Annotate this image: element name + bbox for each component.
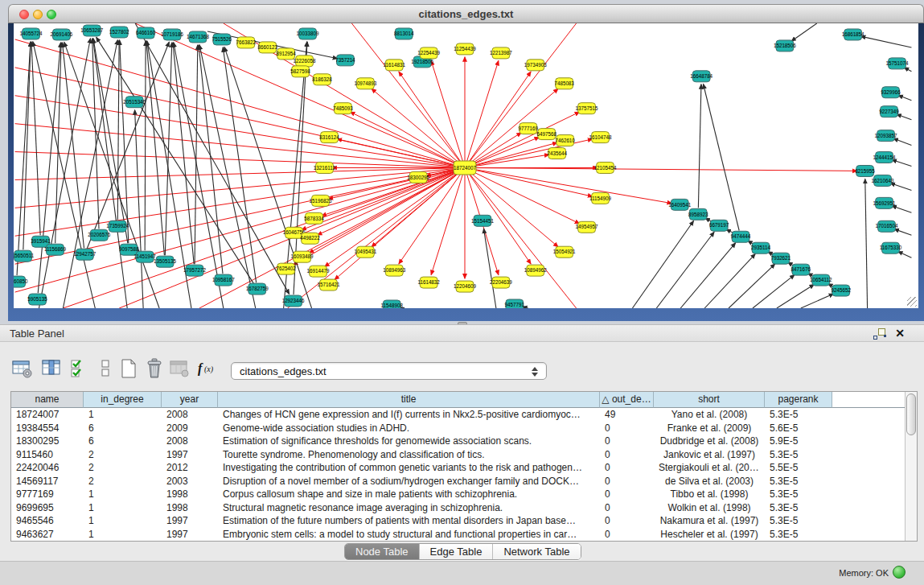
citation-edge-black[interactable] [791,23,817,41]
graph-node[interactable]: 10894963 [383,265,405,276]
citation-edge-red[interactable] [431,60,462,161]
column-header-short[interactable]: short [654,392,765,408]
window-titlebar[interactable]: citations_edges.txt [8,4,924,23]
cell-short[interactable]: Nakamura et al. (1997) [654,514,765,528]
cell-short[interactable]: Hescheler et al. (1997) [654,528,765,542]
graph-node[interactable]: 12923446 [282,295,305,307]
graph-node[interactable]: 8958923 [688,208,708,220]
graph-node[interactable]: 9227349 [879,106,899,117]
column-header-name[interactable]: name [11,392,84,408]
scrollbar-thumb[interactable] [906,393,916,435]
float-panel-icon[interactable] [873,328,885,340]
graph-node[interactable]: 11675330 [880,242,902,253]
graph-node[interactable]: 20691406 [50,29,72,40]
graph-node[interactable]: 14671368 [187,31,209,43]
graph-node[interactable]: 15751074 [886,58,909,69]
table-row[interactable]: 969969511998Structural magnetic resonanc… [11,501,905,515]
citation-edge-red[interactable] [470,89,558,163]
citation-edge-black[interactable] [893,138,912,145]
citation-edge-red[interactable] [469,173,577,308]
cell-short[interactable]: Jankovic et al. (1997) [654,448,765,462]
cell-pr[interactable]: 5.3E-5 [765,475,832,488]
graph-node[interactable]: 11154909 [589,192,611,204]
table-row[interactable]: 2242004622012Investigating the contribut… [11,461,905,475]
graph-node[interactable]: 8660123 [257,42,277,53]
graph-node[interactable]: 9329966 [881,87,901,98]
graph-node[interactable]: 10653287 [80,25,103,36]
cell-name[interactable]: 9465546 [11,514,84,528]
citation-network-graph[interactable]: 1405572420691406106532871527802646616010… [14,23,918,308]
citation-edge-black[interactable] [892,160,911,167]
graph-node[interactable]: 7932621 [771,253,791,264]
cell-title[interactable]: Estimation of significance thresholds fo… [218,435,600,448]
tab-network-table[interactable]: Network Table [493,544,580,559]
graph-node[interactable]: 25260850 [14,276,28,287]
clear-selection-button[interactable] [94,357,117,380]
graph-node[interactable]: 16914479 [307,266,330,277]
cell-title[interactable]: Embryonic stem cells: a model to study s… [218,528,600,542]
citation-edge-black[interactable] [698,84,701,208]
cell-indeg[interactable]: 1 [84,528,162,542]
cell-indeg[interactable]: 1 [84,408,162,422]
citation-edge-black[interactable] [892,206,912,213]
window-resize-grip[interactable] [907,297,917,307]
table-row[interactable]: 1830029562008Estimation of significance … [11,435,905,448]
graph-node[interactable]: 13216112 [314,163,336,174]
cell-pr[interactable]: 5.3E-5 [765,501,832,515]
graph-node[interactable]: 10495431 [354,246,376,257]
graph-node[interactable]: 15218506 [774,40,796,51]
citation-edge-red[interactable] [350,112,458,165]
column-header-title[interactable]: title [218,392,600,408]
citation-edge-black[interactable] [897,114,912,120]
cell-year[interactable]: 1997 [162,448,218,462]
table-row[interactable]: 911546021997Tourette syndrome. Phenomeno… [11,448,905,462]
graph-node[interactable]: 2435644 [547,148,567,159]
cell-title[interactable]: Tourette syndrome. Phenomenology and cla… [218,448,600,462]
graph-node[interactable]: 7485093 [333,103,353,114]
cell-out[interactable]: 0 [600,514,654,528]
citation-edge-red[interactable] [135,23,459,165]
citation-edge-black[interactable] [146,41,164,255]
graph-node[interactable]: 6466160 [136,27,156,39]
graph-node[interactable]: 16210643 [872,175,894,186]
cell-short[interactable]: Stergiakouli et al. (2012) [654,461,765,475]
graph-node[interactable]: 1527802 [109,27,129,38]
cell-out[interactable]: 0 [600,448,654,462]
cell-indeg[interactable]: 2 [84,461,162,475]
graph-node[interactable]: 9457791 [505,299,525,308]
citation-edge-black[interactable] [199,45,256,308]
cell-year[interactable]: 1998 [162,488,218,501]
citation-edge-black[interactable] [223,47,256,282]
cell-name[interactable]: 19384554 [11,422,84,435]
cell-name[interactable]: 18724007 [11,408,84,422]
citation-edge-black[interactable] [145,41,146,250]
show-column-button[interactable] [40,357,63,380]
graph-node[interactable]: 6497568 [537,129,557,140]
graph-node[interactable]: 10719186 [161,29,183,40]
graph-node[interactable]: 8813014 [394,28,414,39]
cell-short[interactable]: Tibbo et al. (1998) [654,488,765,501]
table-settings-button[interactable] [11,357,34,380]
graph-node[interactable]: 12105454 [594,163,617,174]
cell-name[interactable]: 18300295 [11,435,84,448]
cell-year[interactable]: 1997 [162,514,218,528]
graph-node[interactable]: 7462610 [555,135,575,146]
citation-edge-red[interactable] [15,68,459,167]
citation-edge-red[interactable] [431,174,462,274]
cell-pr[interactable]: 5.3E-5 [765,408,832,422]
graph-node[interactable]: 8316124 [319,132,339,143]
graph-node[interactable]: 12444154 [873,152,896,163]
column-header-indeg[interactable]: in_degree [84,392,162,408]
cell-title[interactable]: Estimation of the future numbers of pati… [218,514,600,528]
citation-edge-black[interactable] [632,220,693,308]
graph-node[interactable]: 11614832 [417,277,440,288]
graph-node[interactable]: 15196823 [310,195,332,206]
cell-indeg[interactable]: 6 [84,435,162,448]
delete-table-button[interactable] [143,357,166,380]
select-all-button[interactable] [68,357,91,380]
cell-out[interactable]: 0 [600,422,654,435]
graph-node[interactable]: 15054921 [553,246,576,257]
graph-node[interactable]: 14055724 [20,28,43,39]
table-row[interactable]: 946554611997Estimation of the future num… [11,514,905,528]
cell-pr[interactable]: 5.6E-5 [765,422,832,435]
